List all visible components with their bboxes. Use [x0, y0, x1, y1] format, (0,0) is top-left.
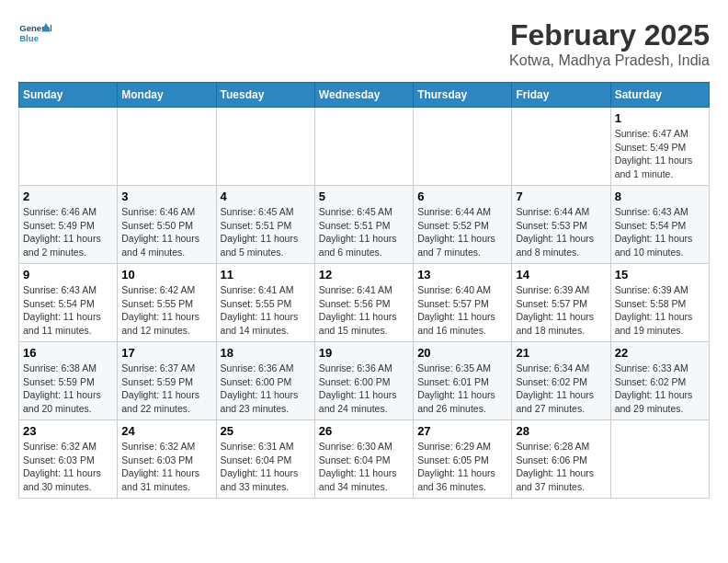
day-info: Sunrise: 6:30 AMSunset: 6:04 PMDaylight:…	[319, 440, 409, 494]
calendar-day-cell	[610, 420, 709, 499]
day-number: 28	[516, 424, 606, 438]
day-info: Sunrise: 6:39 AMSunset: 5:57 PMDaylight:…	[516, 283, 606, 338]
calendar-col-header: Tuesday	[216, 83, 314, 108]
day-info: Sunrise: 6:37 AMSunset: 5:59 PMDaylight:…	[121, 362, 211, 416]
calendar-day-cell: 20Sunrise: 6:35 AMSunset: 6:01 PMDayligh…	[414, 342, 512, 420]
calendar-day-cell: 24Sunrise: 6:32 AMSunset: 6:03 PMDayligh…	[118, 420, 216, 499]
day-number: 5	[319, 190, 409, 203]
calendar-day-cell: 25Sunrise: 6:31 AMSunset: 6:04 PMDayligh…	[216, 420, 314, 499]
day-info: Sunrise: 6:45 AMSunset: 5:51 PMDaylight:…	[221, 205, 311, 259]
day-info: Sunrise: 6:47 AMSunset: 5:49 PMDaylight:…	[615, 127, 705, 181]
day-number: 21	[516, 346, 606, 360]
calendar-day-cell: 27Sunrise: 6:29 AMSunset: 6:05 PMDayligh…	[414, 420, 512, 499]
day-info: Sunrise: 6:33 AMSunset: 6:02 PMDaylight:…	[615, 362, 705, 416]
calendar-day-cell: 1Sunrise: 6:47 AMSunset: 5:49 PMDaylight…	[610, 108, 709, 186]
calendar-day-cell: 28Sunrise: 6:28 AMSunset: 6:06 PMDayligh…	[512, 420, 610, 499]
calendar-day-cell: 22Sunrise: 6:33 AMSunset: 6:02 PMDayligh…	[610, 342, 709, 420]
logo: General Blue	[18, 18, 51, 52]
day-number: 12	[319, 268, 409, 282]
calendar-day-cell: 8Sunrise: 6:43 AMSunset: 5:54 PMDaylight…	[610, 186, 709, 264]
day-number: 4	[221, 190, 311, 203]
day-number: 2	[23, 190, 113, 203]
day-info: Sunrise: 6:44 AMSunset: 5:53 PMDaylight:…	[516, 205, 606, 259]
day-info: Sunrise: 6:41 AMSunset: 5:55 PMDaylight:…	[221, 283, 311, 338]
day-info: Sunrise: 6:46 AMSunset: 5:50 PMDaylight:…	[121, 205, 211, 259]
day-info: Sunrise: 6:29 AMSunset: 6:05 PMDaylight:…	[417, 440, 507, 494]
title-section: February 2025 Kotwa, Madhya Pradesh, Ind…	[509, 18, 710, 69]
page-title: February 2025	[509, 18, 710, 52]
calendar-day-cell	[19, 108, 118, 186]
day-number: 22	[615, 346, 705, 360]
day-number: 25	[221, 424, 311, 438]
day-number: 16	[23, 346, 113, 360]
calendar-table: SundayMondayTuesdayWednesdayThursdayFrid…	[18, 82, 710, 499]
day-info: Sunrise: 6:31 AMSunset: 6:04 PMDaylight:…	[221, 440, 311, 494]
calendar-day-cell	[314, 108, 413, 186]
day-info: Sunrise: 6:35 AMSunset: 6:01 PMDaylight:…	[417, 362, 507, 416]
day-info: Sunrise: 6:36 AMSunset: 6:00 PMDaylight:…	[319, 362, 409, 416]
day-number: 7	[516, 190, 606, 203]
day-number: 19	[319, 346, 409, 360]
svg-text:Blue: Blue	[19, 33, 39, 43]
calendar-body: 1Sunrise: 6:47 AMSunset: 5:49 PMDaylight…	[19, 108, 710, 499]
calendar-day-cell: 5Sunrise: 6:45 AMSunset: 5:51 PMDaylight…	[314, 186, 413, 264]
day-info: Sunrise: 6:38 AMSunset: 5:59 PMDaylight:…	[23, 362, 113, 416]
calendar-day-cell: 17Sunrise: 6:37 AMSunset: 5:59 PMDayligh…	[118, 342, 216, 420]
calendar-day-cell: 19Sunrise: 6:36 AMSunset: 6:00 PMDayligh…	[314, 342, 413, 420]
calendar-day-cell: 6Sunrise: 6:44 AMSunset: 5:52 PMDaylight…	[414, 186, 512, 264]
calendar-day-cell: 10Sunrise: 6:42 AMSunset: 5:55 PMDayligh…	[118, 264, 216, 342]
day-info: Sunrise: 6:32 AMSunset: 6:03 PMDaylight:…	[23, 440, 113, 494]
day-number: 23	[23, 424, 113, 438]
day-info: Sunrise: 6:45 AMSunset: 5:51 PMDaylight:…	[319, 205, 409, 259]
day-info: Sunrise: 6:36 AMSunset: 6:00 PMDaylight:…	[221, 362, 311, 416]
day-info: Sunrise: 6:46 AMSunset: 5:49 PMDaylight:…	[23, 205, 113, 259]
day-info: Sunrise: 6:41 AMSunset: 5:56 PMDaylight:…	[319, 283, 409, 338]
calendar-day-cell: 2Sunrise: 6:46 AMSunset: 5:49 PMDaylight…	[19, 186, 118, 264]
calendar-col-header: Thursday	[414, 83, 512, 108]
day-number: 1	[615, 111, 705, 125]
calendar-day-cell: 26Sunrise: 6:30 AMSunset: 6:04 PMDayligh…	[314, 420, 413, 499]
calendar-day-cell: 9Sunrise: 6:43 AMSunset: 5:54 PMDaylight…	[19, 264, 118, 342]
day-number: 13	[417, 268, 507, 282]
calendar-day-cell	[512, 108, 610, 186]
logo-icon: General Blue	[18, 18, 51, 52]
calendar-day-cell	[414, 108, 512, 186]
calendar-day-cell: 12Sunrise: 6:41 AMSunset: 5:56 PMDayligh…	[314, 264, 413, 342]
day-info: Sunrise: 6:42 AMSunset: 5:55 PMDaylight:…	[121, 283, 211, 338]
calendar-day-cell: 14Sunrise: 6:39 AMSunset: 5:57 PMDayligh…	[512, 264, 610, 342]
day-number: 8	[615, 190, 705, 203]
day-info: Sunrise: 6:34 AMSunset: 6:02 PMDaylight:…	[516, 362, 606, 416]
calendar-day-cell: 3Sunrise: 6:46 AMSunset: 5:50 PMDaylight…	[118, 186, 216, 264]
calendar-col-header: Monday	[118, 83, 216, 108]
day-number: 3	[121, 190, 211, 203]
calendar-col-header: Wednesday	[314, 83, 413, 108]
day-number: 10	[121, 268, 211, 282]
calendar-day-cell: 4Sunrise: 6:45 AMSunset: 5:51 PMDaylight…	[216, 186, 314, 264]
calendar-day-cell: 13Sunrise: 6:40 AMSunset: 5:57 PMDayligh…	[414, 264, 512, 342]
day-info: Sunrise: 6:44 AMSunset: 5:52 PMDaylight:…	[417, 205, 507, 259]
day-info: Sunrise: 6:32 AMSunset: 6:03 PMDaylight:…	[121, 440, 211, 494]
calendar-day-cell: 7Sunrise: 6:44 AMSunset: 5:53 PMDaylight…	[512, 186, 610, 264]
day-number: 9	[23, 268, 113, 282]
day-info: Sunrise: 6:39 AMSunset: 5:58 PMDaylight:…	[615, 283, 705, 338]
calendar-day-cell	[118, 108, 216, 186]
day-number: 27	[417, 424, 507, 438]
day-number: 20	[417, 346, 507, 360]
calendar-day-cell: 16Sunrise: 6:38 AMSunset: 5:59 PMDayligh…	[19, 342, 118, 420]
day-number: 24	[121, 424, 211, 438]
day-number: 18	[221, 346, 311, 360]
calendar-day-cell: 23Sunrise: 6:32 AMSunset: 6:03 PMDayligh…	[19, 420, 118, 499]
day-number: 17	[121, 346, 211, 360]
day-info: Sunrise: 6:28 AMSunset: 6:06 PMDaylight:…	[516, 440, 606, 494]
day-number: 11	[221, 268, 311, 282]
page-subtitle: Kotwa, Madhya Pradesh, India	[509, 52, 710, 69]
day-number: 15	[615, 268, 705, 282]
calendar-day-cell: 11Sunrise: 6:41 AMSunset: 5:55 PMDayligh…	[216, 264, 314, 342]
calendar-col-header: Friday	[512, 83, 610, 108]
calendar-week-row: 1Sunrise: 6:47 AMSunset: 5:49 PMDaylight…	[19, 108, 710, 186]
day-info: Sunrise: 6:43 AMSunset: 5:54 PMDaylight:…	[23, 283, 113, 338]
calendar-header-row: SundayMondayTuesdayWednesdayThursdayFrid…	[19, 83, 710, 108]
day-info: Sunrise: 6:40 AMSunset: 5:57 PMDaylight:…	[417, 283, 507, 338]
calendar-day-cell: 15Sunrise: 6:39 AMSunset: 5:58 PMDayligh…	[610, 264, 709, 342]
calendar-week-row: 16Sunrise: 6:38 AMSunset: 5:59 PMDayligh…	[19, 342, 710, 420]
